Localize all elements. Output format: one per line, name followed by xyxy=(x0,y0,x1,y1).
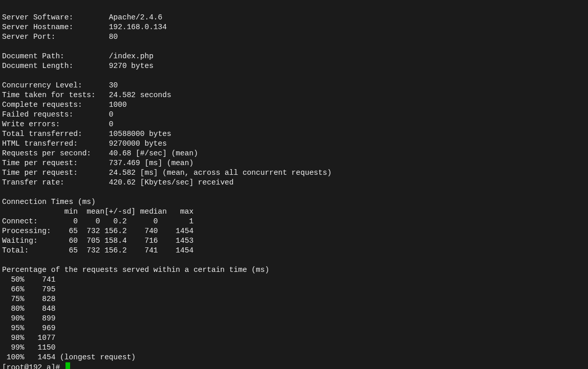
shell-prompt[interactable]: [root@192 a]# xyxy=(2,363,70,369)
percentile-80: 80% 848 xyxy=(2,305,55,313)
requests-per-second-label: Requests per second: 40.68 [#/sec] (mean… xyxy=(2,149,198,157)
total-transferred-label: Total transferred: 10588000 bytes xyxy=(2,130,171,138)
write-errors-label: Write errors: 0 xyxy=(2,120,114,128)
connection-times-header: min mean[+/-sd] median max xyxy=(2,207,193,216)
time-per-request-2-label: Time per request: 24.582 [ms] (mean, acr… xyxy=(2,169,332,177)
cursor-icon xyxy=(66,362,70,369)
percentile-75: 75% 828 xyxy=(2,295,55,303)
percentile-99: 99% 1150 xyxy=(2,343,55,352)
time-taken-label: Time taken for tests: 24.582 seconds xyxy=(2,91,171,99)
percentile-90: 90% 899 xyxy=(2,314,55,322)
transfer-rate-label: Transfer rate: 420.62 [Kbytes/sec] recei… xyxy=(2,178,233,187)
concurrency-label: Concurrency Level: 30 xyxy=(2,81,118,89)
connection-times-connect: Connect: 0 0 0.2 0 1 xyxy=(2,217,193,225)
document-path-label: Document Path: /index.php xyxy=(2,52,154,60)
time-per-request-1-label: Time per request: 737.469 [ms] (mean) xyxy=(2,159,193,167)
percentile-95: 95% 969 xyxy=(2,324,55,332)
complete-requests-label: Complete requests: 1000 xyxy=(2,101,127,109)
server-hostname-label: Server Hostname: 192.168.0.134 xyxy=(2,23,167,31)
percentile-50: 50% 741 xyxy=(2,275,55,284)
connection-times-waiting: Waiting: 60 705 158.4 716 1453 xyxy=(2,237,193,245)
connection-times-total: Total: 65 732 156.2 741 1454 xyxy=(2,246,193,255)
terminal-output[interactable]: Server Software: Apache/2.4.6 Server Hos… xyxy=(0,0,588,369)
server-software-label: Server Software: Apache/2.4.6 xyxy=(2,13,162,21)
connection-times-title: Connection Times (ms) xyxy=(2,198,96,206)
percentile-98: 98% 1077 xyxy=(2,334,55,342)
percentile-66: 66% 795 xyxy=(2,285,55,293)
server-port-label: Server Port: 80 xyxy=(2,33,118,41)
percentiles-title: Percentage of the requests served within… xyxy=(2,266,269,274)
connection-times-processing: Processing: 65 732 156.2 740 1454 xyxy=(2,227,193,235)
percentile-100: 100% 1454 (longest request) xyxy=(2,353,136,361)
html-transferred-label: HTML transferred: 9270000 bytes xyxy=(2,140,167,148)
document-length-label: Document Length: 9270 bytes xyxy=(2,62,154,70)
failed-requests-label: Failed requests: 0 xyxy=(2,110,114,119)
